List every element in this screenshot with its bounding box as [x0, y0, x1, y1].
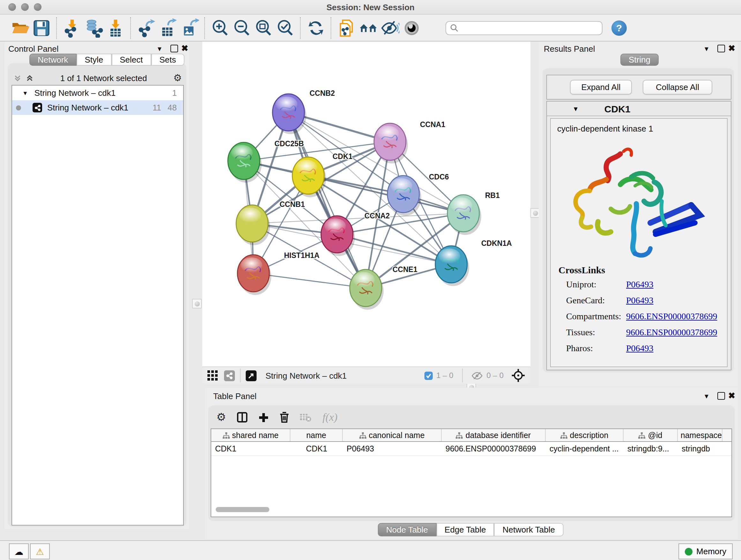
hide-selected-button[interactable] [379, 17, 401, 39]
network-view-icon[interactable] [224, 370, 235, 381]
grid-view-icon[interactable] [207, 370, 218, 381]
zoom-out-button[interactable] [231, 17, 253, 39]
table-cell[interactable]: cyclin-dependent ... [546, 442, 623, 455]
tree-expand-icon[interactable]: ▼ [22, 90, 28, 96]
table-panel-float-icon[interactable] [718, 392, 725, 400]
export-network-button[interactable] [135, 17, 157, 39]
crosslink-link[interactable]: P06493 [626, 280, 654, 290]
export-table-button[interactable] [157, 17, 179, 39]
table-panel-collapse-icon[interactable]: ▼ [703, 393, 710, 400]
tab-network-table[interactable]: Network Table [494, 523, 563, 537]
show-columns-icon[interactable] [237, 412, 248, 423]
cloud-status-button[interactable]: ☁ [9, 543, 29, 559]
crosslink-row: GeneCard:P06493 [566, 296, 727, 306]
birds-eye-view-icon[interactable] [246, 370, 257, 381]
crosslink-link[interactable]: P06493 [626, 296, 654, 306]
open-session-button[interactable] [9, 17, 30, 39]
crosslink-link[interactable]: 9606.ENSP00000378699 [626, 312, 717, 322]
zoom-in-button[interactable] [209, 17, 231, 39]
results-panel-close-icon[interactable]: ✖ [728, 44, 735, 53]
show-hidden-button[interactable] [401, 17, 422, 39]
column-type-icon [359, 432, 366, 438]
apply-layout-button[interactable] [305, 17, 327, 39]
table-cell[interactable]: 9606.ENSP00000378699 [442, 442, 546, 455]
tab-style[interactable]: Style [76, 54, 111, 66]
import-network-button[interactable] [61, 17, 83, 39]
node-table[interactable]: shared namenamecanonical namedatabase id… [211, 428, 732, 517]
table-cell[interactable]: stringdb [678, 442, 723, 455]
collapse-all-icon[interactable] [13, 74, 22, 82]
crosslink-label: Compartments: [566, 312, 626, 322]
zoom-fit-button[interactable] [253, 17, 274, 39]
collapse-all-button[interactable]: Collapse All [643, 80, 712, 95]
expand-all-button[interactable]: Expand All [570, 80, 632, 95]
column-header-database-identifier[interactable]: database identifier [442, 429, 546, 441]
table-panel-close-icon[interactable]: ✖ [728, 391, 735, 400]
fit-selected-crosshair-icon[interactable] [511, 368, 525, 382]
column-header-canonical-name[interactable]: canonical name [343, 429, 442, 441]
tab-edge-table[interactable]: Edge Table [436, 523, 494, 537]
search-input[interactable] [458, 23, 589, 33]
import-table-button[interactable] [105, 17, 126, 39]
network-graph[interactable]: CCNB2CCNA1CDC25BCDK1CDC6RB1CCNB1CCNA2CDK… [202, 42, 530, 367]
tab-select[interactable]: Select [111, 54, 151, 66]
help-button[interactable]: ? [611, 20, 627, 36]
search-box[interactable] [446, 21, 603, 35]
tab-string[interactable]: String [620, 54, 659, 66]
entry-expand-icon[interactable]: ▼ [572, 105, 579, 112]
control-panel-collapse-icon[interactable]: ▼ [156, 45, 163, 52]
results-panel-collapse-icon[interactable]: ▼ [703, 45, 710, 52]
application-window: Session: New Session [0, 0, 741, 560]
network-node-RB1[interactable]: RB1 [448, 191, 500, 235]
memory-button[interactable]: Memory [678, 543, 733, 559]
network-node-CDKN1A[interactable]: CDKN1A [435, 239, 512, 286]
column-header-shared-name[interactable]: shared name [211, 429, 290, 441]
control-panel-close-icon[interactable]: ✖ [181, 44, 188, 53]
delete-column-trash-icon[interactable] [280, 412, 289, 423]
tab-network[interactable]: Network [29, 54, 76, 66]
network-node-CCNB2[interactable]: CCNB2 [273, 89, 335, 134]
network-row[interactable]: String Network – cdk1 11 48 [12, 100, 183, 115]
clone-network-button[interactable] [336, 17, 357, 39]
table-cell[interactable]: P06493 [343, 442, 442, 455]
export-image-button[interactable] [179, 17, 200, 39]
protein-entry-header[interactable]: ▼ CDK1 [547, 102, 731, 116]
table-cell[interactable]: CDK1 [290, 442, 343, 455]
import-network-from-database-button[interactable] [83, 17, 105, 39]
network-node-CCNA1[interactable]: CCNA1 [374, 120, 445, 164]
table-gear-icon[interactable]: ⚙ [216, 411, 226, 424]
expand-all-icon[interactable] [25, 74, 34, 82]
column-header-name[interactable]: name [290, 429, 343, 441]
delete-table-icon[interactable] [300, 413, 312, 422]
column-type-icon [638, 432, 646, 438]
network-node-CCNE1[interactable]: CCNE1 [350, 265, 417, 310]
function-builder-icon[interactable]: f(x) [323, 411, 338, 424]
control-panel-float-icon[interactable] [171, 45, 178, 52]
zoom-selected-button[interactable] [274, 17, 296, 39]
crosslink-link[interactable]: 9606.ENSP00000378699 [626, 327, 717, 338]
network-collection-row[interactable]: ▼ String Network – cdk1 1 [12, 85, 183, 100]
table-cell[interactable]: CDK1 [211, 442, 290, 455]
column-header-description[interactable]: description [546, 429, 623, 441]
table-horizontal-scrollbar[interactable] [216, 507, 269, 512]
gear-icon[interactable]: ⚙ [173, 72, 182, 84]
network-node-CDK1[interactable]: CDK1 [292, 152, 353, 197]
tab-node-table[interactable]: Node Table [378, 523, 436, 537]
network-canvas[interactable]: CCNB2CCNA1CDC25BCDK1CDC6RB1CCNB1CCNA2CDK… [202, 42, 530, 367]
table-row[interactable]: CDK1CDK1P064939606.ENSP00000378699cyclin… [211, 442, 731, 456]
crosslink-link[interactable]: P06493 [626, 344, 654, 354]
export-image-icon [180, 18, 199, 37]
show-all-networks-button[interactable] [357, 17, 379, 39]
results-panel-float-icon[interactable] [718, 45, 725, 52]
network-node-CDC6[interactable]: CDC6 [387, 173, 449, 216]
save-session-button[interactable] [30, 17, 52, 39]
network-node-HIST1H1A[interactable]: HIST1H1A [238, 251, 320, 295]
add-column-icon[interactable] [259, 412, 269, 422]
tab-sets[interactable]: Sets [151, 54, 184, 66]
table-cell[interactable]: stringdb:9... [623, 442, 678, 455]
selected-checkbox-icon[interactable] [424, 371, 432, 380]
left-splitter-grip[interactable] [192, 299, 202, 308]
column-header--id[interactable]: @id [623, 429, 678, 441]
warnings-button[interactable]: ⚠ [30, 543, 50, 559]
column-header-namespace[interactable]: namespace [678, 429, 723, 441]
